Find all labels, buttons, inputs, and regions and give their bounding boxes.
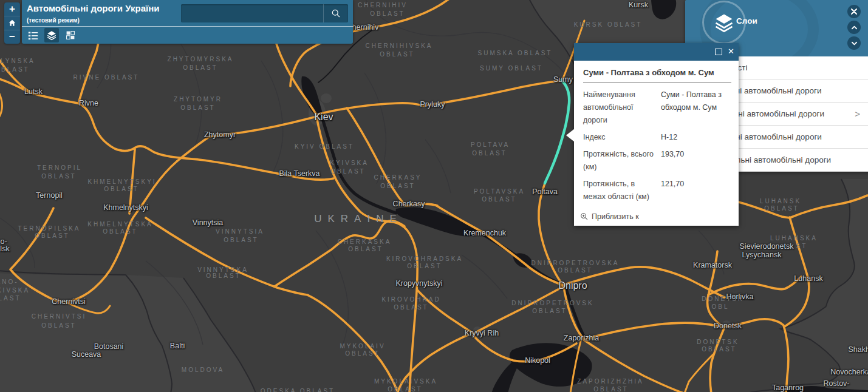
zoom-controls: + − [4, 2, 20, 44]
zoom-to-icon [580, 212, 589, 221]
close-icon [851, 8, 857, 15]
search-button[interactable] [323, 4, 348, 22]
map-application: UKRAINE LutskRivneZhytomyrKievChernihivP… [0, 0, 868, 392]
popup-divider [583, 83, 731, 83]
attribute-row: Протяжність, всього (км)193,70 [583, 148, 731, 174]
legend-icon [28, 30, 38, 41]
maximize-icon[interactable] [715, 49, 722, 55]
layers-panel-title: Слои [736, 16, 757, 25]
zoom-to-link[interactable]: Приблизить к [574, 208, 739, 226]
attribute-row: Найменування автомобільної дорогиСуми - … [583, 89, 731, 127]
zoom-out-button[interactable]: − [4, 30, 20, 44]
attribute-label: Протяжність, всього (км) [583, 148, 661, 174]
popup-pointer [566, 129, 575, 142]
chevron-up-icon [851, 24, 858, 31]
basemap-gallery-button[interactable] [63, 28, 78, 42]
attribute-value: Н-12 [661, 131, 731, 144]
collapse-up-button[interactable] [847, 21, 861, 34]
attribute-value: 193,70 [661, 148, 731, 174]
chevron-down-icon [851, 40, 858, 47]
attribute-label: Індекс [583, 131, 661, 144]
header-top: Автомобільні дороги України (тестовий ре… [22, 0, 353, 27]
zoom-to-label: Приблизить к [592, 212, 639, 221]
search-input[interactable] [181, 4, 323, 22]
zoom-in-button[interactable]: + [4, 2, 20, 16]
popup-body: Суми - Полтава з обходом м. Сум Найменув… [574, 61, 739, 208]
header-toolbar [22, 27, 353, 44]
basemap-gallery-icon [66, 30, 75, 40]
search-icon [331, 8, 341, 18]
layers-icon [713, 12, 735, 33]
legend-tool-button[interactable] [26, 28, 40, 42]
close-panel-button[interactable] [847, 5, 861, 18]
home-icon [8, 19, 16, 27]
popup-title: Суми - Полтава з обходом м. Сум [583, 68, 731, 77]
attribute-row: ІндексН-12 [583, 131, 731, 144]
app-header: Автомобільні дороги України (тестовий ре… [22, 0, 353, 44]
attribute-row: Протяжність, в межах області (км)121,70 [583, 178, 731, 203]
attribute-label: Найменування автомобільної дороги [583, 89, 661, 127]
layers-icon [46, 30, 57, 41]
attribute-value: 121,70 [661, 178, 731, 203]
search-box [181, 4, 348, 22]
popup-header[interactable]: ✕ [574, 43, 739, 61]
feature-popup: ✕ Суми - Полтава з обходом м. Сум Наймен… [574, 43, 739, 226]
collapse-down-button[interactable] [847, 36, 861, 50]
attribute-value: Суми - Полтава з обходом м. Сум [661, 89, 731, 127]
popup-attribute-table: Найменування автомобільної дорогиСуми - … [583, 89, 731, 203]
attribute-label: Протяжність, в межах області (км) [583, 178, 661, 203]
layers-tool-button[interactable] [44, 28, 59, 42]
close-icon[interactable]: ✕ [728, 47, 734, 56]
home-button[interactable] [4, 16, 20, 30]
chevron-right-icon[interactable]: > [855, 103, 860, 125]
app-subtitle: (тестовий режим) [27, 17, 80, 24]
app-title: Автомобільні дороги України [27, 3, 160, 13]
